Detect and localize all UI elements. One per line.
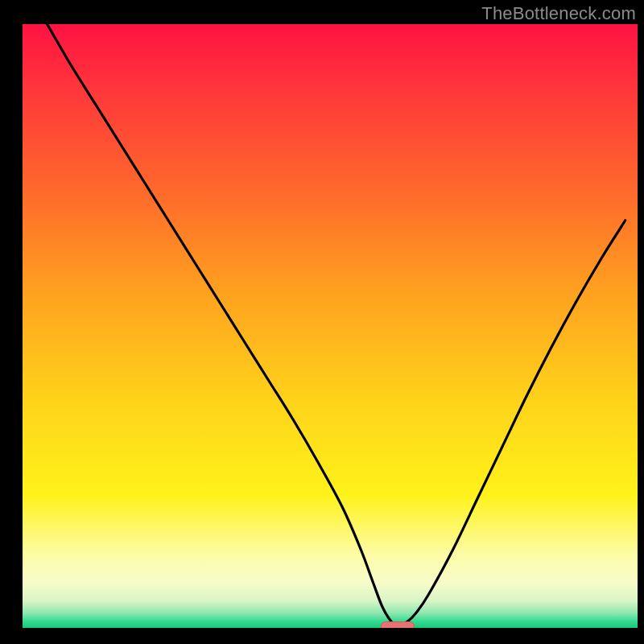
chart-container: TheBottleneck.com [0, 0, 644, 644]
frame-edge [638, 0, 644, 644]
watermark-label: TheBottleneck.com [481, 3, 636, 24]
chart-svg [0, 0, 644, 644]
frame-edge [0, 0, 23, 644]
plot-background [23, 24, 638, 628]
frame-edge [0, 628, 644, 644]
